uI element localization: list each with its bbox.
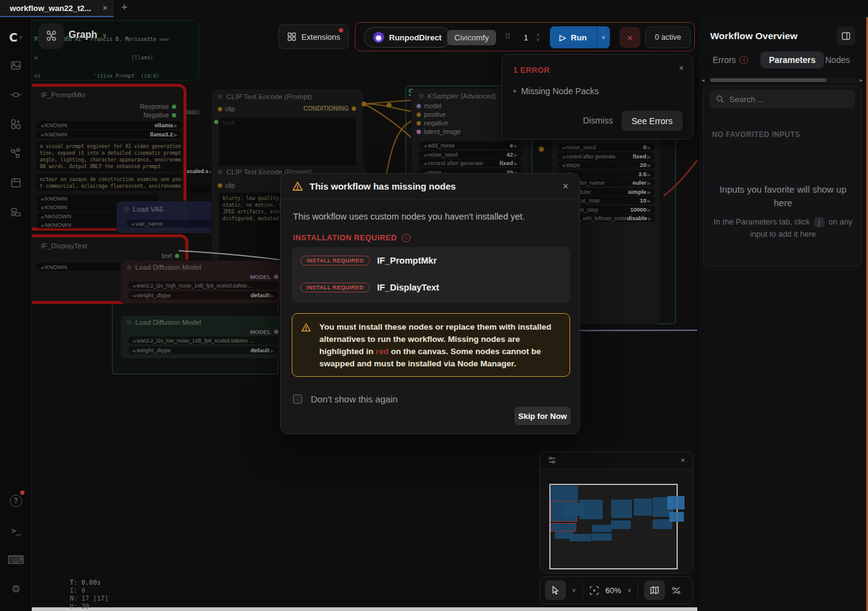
skip-label: Skip for Now — [518, 412, 566, 421]
tab-parameters-label: Parameters — [769, 55, 815, 65]
model-name-widget[interactable]: wan2.2_t2v_low_noise_14B_fp8_scaled.safe… — [128, 336, 278, 344]
skip-for-now-button[interactable]: Skip for Now — [514, 407, 571, 425]
sidebar-item-nodes-library[interactable] — [0, 86, 32, 104]
app-window: workflow_wan22_t2... × + C ∨ ? — [0, 0, 868, 611]
node-load-diffusion-high[interactable]: Load Diffusion Model MODEL wan2.2_t2v_hi… — [120, 260, 285, 304]
favorites-empty-header: NO FAVORITED INPUTS — [712, 130, 800, 139]
tab-bar: workflow_wan22_t2... × + — [0, 0, 868, 17]
widget-row[interactable]: control after generatefixed — [557, 152, 655, 160]
cancel-run-button[interactable]: × — [620, 27, 640, 48]
modal-close-icon[interactable]: × — [563, 181, 568, 192]
zoom-level-value[interactable]: 60% — [606, 586, 621, 595]
missing-nodes-modal: This workflow has missing nodes × This w… — [280, 173, 580, 434]
new-tab-button[interactable]: + — [121, 1, 128, 14]
workflow-tab-title: workflow_wan22_t2... — [10, 4, 97, 13]
search-input[interactable] — [729, 95, 839, 104]
graph-view-button[interactable] — [39, 23, 64, 49]
toast-title: 1 ERROR — [513, 65, 550, 75]
toggle-links-icon[interactable] — [671, 585, 681, 596]
node-load-diffusion-low[interactable]: Load Diffusion Model MODEL wan2.2_t2v_lo… — [120, 315, 285, 359]
workflow-tab[interactable]: workflow_wan22_t2... × — [0, 0, 114, 17]
terminal-button[interactable]: >_ — [0, 521, 32, 539]
comfy-logo-menu[interactable]: C ∨ — [0, 28, 32, 46]
workflow-overview-panel: Workflow Overview Errors ! Parameters No… — [697, 17, 866, 611]
dont-show-checkbox[interactable] — [293, 394, 302, 404]
input-model[interactable]: model — [417, 102, 442, 109]
cursor-tool-chevron[interactable]: ∨ — [572, 587, 576, 593]
drag-handle[interactable]: ⠿ — [505, 32, 511, 41]
scrollbar-thumb[interactable] — [710, 78, 826, 82]
node-title: KSampler (Advanced) — [428, 92, 497, 100]
tab-errors-label: Errors — [713, 55, 736, 65]
sidebar-item-assets[interactable] — [0, 56, 32, 75]
dismiss-button[interactable]: Dismiss — [583, 116, 613, 125]
grid-sparkle-icon — [10, 118, 22, 130]
canvas-bottom-edge — [32, 607, 697, 611]
run-label: Run — [571, 33, 587, 42]
tab-parameters[interactable]: Parameters — [760, 51, 824, 69]
settings-button[interactable]: ⚙ — [0, 580, 32, 598]
extensions-button[interactable]: Extensions — [278, 24, 349, 49]
panel-title: Workflow Overview — [710, 31, 798, 42]
dont-show-again-row[interactable]: Don't show this again — [293, 394, 398, 404]
widget-row[interactable]: noise_seed0 — [557, 143, 655, 151]
tab-nodes[interactable]: Nodes — [825, 55, 850, 65]
toast-close-icon[interactable]: × — [679, 63, 684, 73]
extensions-label: Extensions — [302, 32, 341, 42]
section-label: INSTALLATION REQUIRED — [293, 234, 397, 242]
input-negative[interactable]: negative — [417, 119, 448, 127]
weight-dtype-widget[interactable]: weight_dtypedefault — [128, 346, 278, 354]
fit-view-icon[interactable] — [589, 585, 599, 596]
stepper-up-icon[interactable]: ∧ — [536, 33, 540, 37]
widget-row[interactable]: control after generatefixed — [419, 159, 522, 167]
search-icon — [716, 95, 724, 103]
input-positive[interactable]: positive — [417, 111, 446, 118]
minimap-canvas[interactable] — [540, 469, 692, 573]
help-button[interactable]: ? — [0, 492, 32, 510]
node-graph-icon — [45, 29, 58, 43]
parameters-content: NO FAVORITED INPUTS Inputs you favorite … — [703, 86, 862, 267]
sidebar-item-workflows-graph[interactable] — [0, 144, 32, 163]
batch-count-stepper[interactable]: 1 ∧ ∨ — [516, 28, 543, 47]
scroll-right-arrow[interactable]: ▸ — [859, 77, 862, 83]
widget-row[interactable]: noise_seed42 — [419, 150, 522, 158]
panel-toggle-button[interactable] — [837, 27, 855, 45]
chevron-down-icon: ∨ — [601, 34, 606, 40]
input-latent-image[interactable]: latent_image — [417, 128, 461, 135]
horizontal-scrollbar[interactable] — [709, 78, 859, 83]
tab-close-icon[interactable]: × — [103, 3, 108, 13]
tab-nodes-label: Nodes — [825, 55, 850, 65]
sidebar-item-models[interactable] — [0, 115, 32, 133]
output-model[interactable]: MODEL — [250, 328, 278, 335]
civicomfy-button[interactable]: Civicomfy — [447, 30, 496, 45]
zoom-chevron[interactable]: ∨ — [628, 587, 632, 593]
run-button[interactable]: ▷ Run — [550, 26, 596, 48]
node-graph-icon — [10, 147, 22, 160]
pipe-icon — [10, 89, 22, 101]
run-options-button[interactable]: ∨ — [596, 26, 610, 48]
graph-breadcrumb[interactable]: Graph ∨ — [69, 29, 106, 40]
sidebar-item-layout[interactable] — [0, 174, 32, 192]
search-box[interactable] — [710, 90, 855, 108]
see-errors-button[interactable]: See Errors — [621, 111, 683, 131]
node-title: Load Diffusion Model — [135, 264, 201, 271]
minimap-toggle-button[interactable] — [644, 580, 665, 600]
stepper-down-icon[interactable]: ∨ — [536, 38, 540, 42]
tab-errors[interactable]: Errors ! — [713, 55, 748, 65]
widget-row[interactable]: add_noisee — [419, 141, 522, 149]
sidebar-item-templates[interactable] — [0, 203, 32, 221]
install-required-badge: INSTALL REQUIRED — [300, 256, 370, 265]
shortcuts-button[interactable]: ⌨ — [0, 550, 32, 569]
minimap-close-icon[interactable]: × — [680, 456, 685, 465]
output-model[interactable]: MODEL — [250, 273, 278, 280]
active-jobs-button[interactable]: 0 active — [645, 26, 691, 48]
model-name-widget[interactable]: wan2.2_t2v_high_noise_14B_fp8_scaled.saf… — [128, 281, 278, 289]
scroll-left-arrow[interactable]: ◂ — [702, 77, 705, 83]
weight-dtype-widget[interactable]: weight_dtypedefault — [128, 291, 278, 299]
cursor-tool-button[interactable] — [545, 580, 566, 600]
runpod-provider-button[interactable]: ◉ RunpodDirect — [364, 27, 451, 48]
minimap-settings-icon[interactable] — [547, 456, 557, 465]
left-sidebar: C ∨ ? >_ ⌨ ⚙ — [0, 17, 32, 611]
widget-row[interactable]: steps20 — [557, 161, 655, 169]
run-toolbar-group: ◉ RunpodDirect Civicomfy ⠿ 1 ∧ ∨ ▷ Run ∨… — [355, 22, 695, 51]
